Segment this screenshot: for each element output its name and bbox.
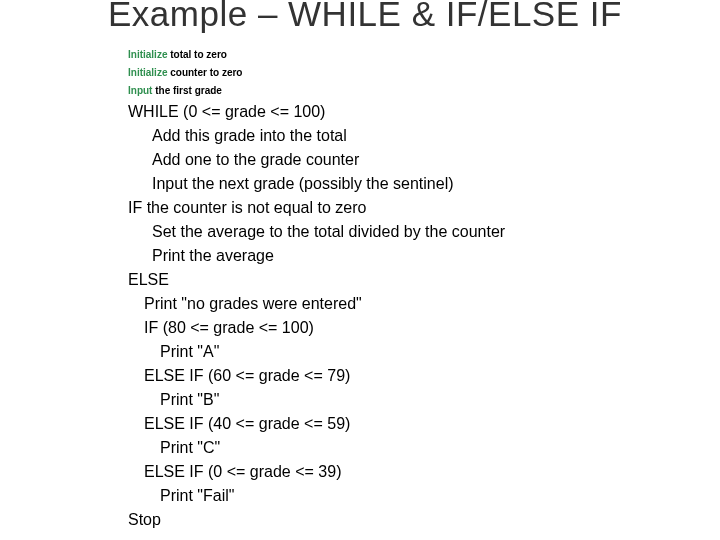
pseudocode-line: ELSE IF (0 <= grade <= 39)	[128, 460, 700, 484]
slide-title: Example – WHILE & IF/ELSE IF	[108, 0, 720, 34]
pseudocode-line: Input the next grade (possibly the senti…	[128, 172, 700, 196]
pseudocode-line: Add one to the grade counter	[128, 148, 700, 172]
pseudocode-line: Print "C"	[128, 436, 700, 460]
slide: Example – WHILE & IF/ELSE IF Initialize …	[0, 0, 720, 540]
init-line-3: Input the first grade	[128, 82, 700, 100]
pseudocode-line: Print "Fail"	[128, 484, 700, 508]
slide-content: Initialize total to zero Initialize coun…	[128, 46, 700, 532]
keyword: Input	[128, 85, 152, 96]
keyword: Initialize	[128, 49, 167, 60]
pseudocode-line: ELSE IF (60 <= grade <= 79)	[128, 364, 700, 388]
pseudocode-line: IF the counter is not equal to zero	[128, 196, 700, 220]
pseudocode-line: Stop	[128, 508, 700, 532]
init-text: the first grade	[152, 85, 221, 96]
pseudocode-line: Print "B"	[128, 388, 700, 412]
pseudocode-line: Set the average to the total divided by …	[128, 220, 700, 244]
pseudocode-line: IF (80 <= grade <= 100)	[128, 316, 700, 340]
pseudocode-line: Print "A"	[128, 340, 700, 364]
init-text: counter to zero	[167, 67, 242, 78]
init-line-2: Initialize counter to zero	[128, 64, 700, 82]
keyword: Initialize	[128, 67, 167, 78]
init-text: total to zero	[167, 49, 226, 60]
pseudocode-line: WHILE (0 <= grade <= 100)	[128, 100, 700, 124]
pseudocode-line: ELSE IF (40 <= grade <= 59)	[128, 412, 700, 436]
init-line-1: Initialize total to zero	[128, 46, 700, 64]
pseudocode-line: Print the average	[128, 244, 700, 268]
pseudocode-line: ELSE	[128, 268, 700, 292]
pseudocode-line: Add this grade into the total	[128, 124, 700, 148]
pseudocode-line: Print "no grades were entered"	[128, 292, 700, 316]
